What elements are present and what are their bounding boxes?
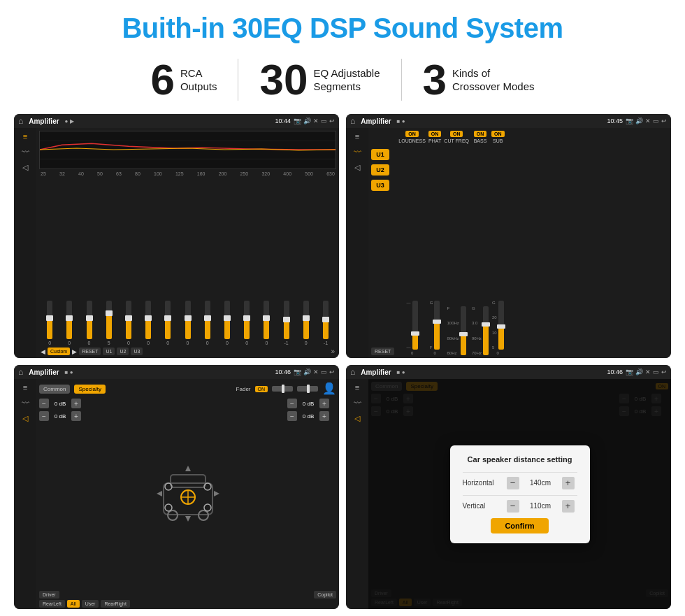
screen-speaker: ⌂ Amplifier ■ ● 10:46 📷 🔊 ✕ ▭ ↩ ≡ 〰 ◁ bbox=[14, 365, 339, 609]
eq-u2-btn[interactable]: U2 bbox=[117, 348, 129, 355]
ch-phat: ON PHAT G F 0 bbox=[428, 131, 442, 355]
spk-bottom-bar-2: RearLeft All User RearRight bbox=[39, 600, 336, 608]
eq-custom-btn[interactable]: Custom bbox=[48, 348, 70, 355]
eq-slider-1[interactable]: 0 bbox=[60, 301, 78, 345]
eq-icon-sp[interactable]: ≡ bbox=[23, 383, 27, 392]
eq-slider-10[interactable]: 0 bbox=[238, 301, 256, 345]
eq-prev-btn[interactable]: ◀ bbox=[41, 348, 45, 355]
db-plus-fl[interactable]: + bbox=[71, 399, 81, 408]
status-icons-speaker: 📷 🔊 ✕ ▭ ↩ bbox=[294, 368, 335, 375]
wave-icon-dist[interactable]: 〰 bbox=[354, 399, 361, 407]
time-speaker: 10:46 bbox=[275, 368, 291, 375]
vertical-minus-btn[interactable]: − bbox=[507, 500, 519, 513]
wave-icon-sp[interactable]: 〰 bbox=[22, 399, 29, 407]
dots-dist: ■ ● bbox=[397, 369, 405, 375]
ch-phat-on[interactable]: ON bbox=[428, 131, 442, 137]
eq-slider-11[interactable]: 0 bbox=[257, 301, 275, 345]
eq-slider-9[interactable]: 0 bbox=[218, 301, 236, 345]
confirm-button[interactable]: Confirm bbox=[491, 518, 548, 533]
db-plus-rl[interactable]: + bbox=[71, 411, 81, 421]
eq-icon-dist[interactable]: ≡ bbox=[355, 383, 359, 392]
home-icon-speaker[interactable]: ⌂ bbox=[18, 367, 23, 377]
rearright-btn[interactable]: RearRight bbox=[101, 600, 130, 608]
eq-more-icon[interactable]: » bbox=[331, 348, 335, 355]
eq-icon[interactable]: ≡ bbox=[23, 132, 27, 141]
specialty-tab[interactable]: Specialty bbox=[74, 385, 105, 394]
eq-slider-0[interactable]: 0 bbox=[41, 301, 59, 345]
back-icon-speaker[interactable]: ↩ bbox=[329, 368, 335, 375]
horizontal-minus-btn[interactable]: − bbox=[507, 477, 519, 489]
eq-side-icons: ≡ 〰 ◁ bbox=[14, 128, 36, 358]
reset-crossover-btn[interactable]: RESET bbox=[371, 348, 394, 355]
ch-loudness-on[interactable]: ON bbox=[405, 131, 419, 137]
all-btn[interactable]: All bbox=[67, 600, 80, 608]
spk-right-controls: − 0 dB + − 0 dB + bbox=[287, 399, 336, 589]
title-eq: Amplifier bbox=[29, 117, 59, 125]
db-minus-fl[interactable]: − bbox=[39, 399, 49, 408]
eq-u1-btn[interactable]: U1 bbox=[103, 348, 115, 355]
db-plus-rr[interactable]: + bbox=[319, 411, 329, 421]
eq-slider-6[interactable]: 0 bbox=[159, 301, 177, 345]
spk-left-controls: − 0 dB + − 0 dB + bbox=[39, 399, 88, 589]
home-icon-crossover[interactable]: ⌂ bbox=[350, 116, 355, 126]
ch-cutfreq-label: CUT FREQ bbox=[444, 138, 469, 143]
ch-loudness-label: LOUDNESS bbox=[398, 138, 426, 143]
db-plus-fr[interactable]: + bbox=[319, 399, 329, 408]
eq-slider-3[interactable]: 5 bbox=[100, 301, 118, 345]
eq-slider-13[interactable]: 0 bbox=[297, 301, 315, 345]
back-icon-dist[interactable]: ↩ bbox=[661, 368, 667, 375]
ch-bass: ON BASS G 3.0 90Hz 70Hz bbox=[472, 131, 489, 355]
x-icon-speaker: ✕ bbox=[313, 368, 319, 375]
ch-cutfreq-on[interactable]: ON bbox=[450, 131, 463, 137]
eq-slider-8[interactable]: 0 bbox=[199, 301, 217, 345]
speaker-icon-dist[interactable]: ◁ bbox=[354, 414, 360, 423]
u3-button[interactable]: U3 bbox=[371, 180, 389, 191]
eq-u3-btn[interactable]: U3 bbox=[131, 348, 143, 355]
eq-slider-4[interactable]: 0 bbox=[120, 301, 138, 345]
wave-icon[interactable]: 〰 bbox=[22, 148, 29, 156]
dots-crossover: ■ ● bbox=[397, 118, 405, 124]
ch-bass-on[interactable]: ON bbox=[474, 131, 487, 137]
eq-slider-12[interactable]: -1 bbox=[277, 301, 295, 345]
crossover-side-icons: ≡ 〰 ◁ bbox=[346, 128, 368, 358]
speaker-icon-cr[interactable]: ◁ bbox=[354, 163, 360, 172]
speaker-icon-sp[interactable]: ◁ bbox=[22, 414, 28, 423]
home-icon-eq[interactable]: ⌂ bbox=[18, 116, 23, 126]
db-minus-rr[interactable]: − bbox=[287, 411, 297, 421]
db-value-fr: 0 dB bbox=[298, 401, 318, 407]
eq-slider-2[interactable]: 0 bbox=[80, 301, 98, 345]
fader-on-btn[interactable]: ON bbox=[255, 386, 268, 392]
rearleft-btn[interactable]: RearLeft bbox=[39, 600, 65, 608]
eq-play-btn[interactable]: ▶ bbox=[72, 348, 77, 355]
back-icon-eq[interactable]: ↩ bbox=[329, 117, 335, 124]
driver-btn[interactable]: Driver bbox=[39, 591, 59, 599]
eq-icon-cr[interactable]: ≡ bbox=[355, 132, 359, 141]
horizontal-plus-btn[interactable]: + bbox=[562, 477, 575, 489]
vertical-plus-btn[interactable]: + bbox=[562, 500, 575, 513]
back-icon-crossover[interactable]: ↩ bbox=[661, 117, 667, 124]
db-minus-fr[interactable]: − bbox=[287, 399, 297, 408]
screen-eq: ⌂ Amplifier ● ▶ 10:44 📷 🔊 ✕ ▭ ↩ ≡ 〰 bbox=[14, 114, 339, 358]
dialog-overlay: Car speaker distance setting Horizontal … bbox=[368, 379, 671, 609]
copilot-btn[interactable]: Copilot bbox=[314, 591, 336, 599]
eq-slider-14[interactable]: -1 bbox=[317, 301, 335, 345]
u1-button[interactable]: U1 bbox=[371, 149, 389, 160]
volume-icon-dist: 🔊 bbox=[635, 368, 643, 375]
db-minus-rl[interactable]: − bbox=[39, 411, 49, 421]
status-bar-eq: ⌂ Amplifier ● ▶ 10:44 📷 🔊 ✕ ▭ ↩ bbox=[14, 114, 339, 128]
user-btn[interactable]: User bbox=[82, 600, 99, 608]
fader-track-h[interactable] bbox=[272, 386, 293, 392]
eq-slider-7[interactable]: 0 bbox=[178, 301, 196, 345]
home-icon-dist[interactable]: ⌂ bbox=[350, 367, 355, 377]
wave-icon-cr[interactable]: 〰 bbox=[354, 148, 361, 156]
camera-icon-eq: 📷 bbox=[294, 117, 301, 124]
title-dist: Amplifier bbox=[361, 368, 391, 376]
dialog-divider-1 bbox=[463, 472, 577, 473]
u2-button[interactable]: U2 bbox=[371, 164, 389, 176]
eq-reset-btn[interactable]: RESET bbox=[79, 348, 101, 355]
eq-slider-5[interactable]: 0 bbox=[139, 301, 157, 345]
ch-sub-on[interactable]: ON bbox=[491, 131, 505, 137]
fader-track-v[interactable] bbox=[297, 386, 318, 392]
speaker-icon[interactable]: ◁ bbox=[22, 163, 28, 172]
common-tab[interactable]: Common bbox=[39, 385, 70, 394]
